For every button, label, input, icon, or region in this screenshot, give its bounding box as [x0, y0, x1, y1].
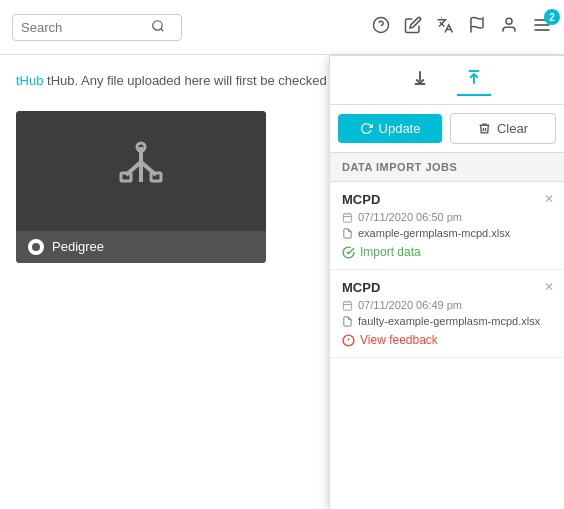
job-1-filename: example-germplasm-mcpd.xlsx — [358, 227, 510, 239]
menu-icon[interactable]: 2 — [532, 15, 552, 39]
pedigree-label: Pedigree — [52, 239, 104, 254]
panel-actions: Update Clear — [330, 105, 564, 153]
translate-icon[interactable] — [436, 16, 454, 38]
download-tab[interactable] — [403, 65, 437, 95]
file-icon-2 — [342, 316, 353, 327]
calendar-icon-1 — [342, 212, 353, 223]
jobs-list: MCPD ✕ 07/11/2020 06:50 pm — [330, 182, 564, 509]
clear-label: Clear — [497, 121, 528, 136]
help-icon[interactable] — [372, 16, 390, 38]
job-2-action: View feedback — [342, 333, 552, 347]
right-panel: Update Clear DATA IMPORT JOBS MCPD ✕ — [329, 55, 564, 509]
svg-point-15 — [32, 243, 40, 251]
search-container — [12, 14, 182, 41]
job-2-close[interactable]: ✕ — [544, 280, 554, 294]
job-2-meta: 07/11/2020 06:49 pm — [342, 299, 552, 311]
main-content: tHub tHub. Any file uploaded here will f… — [0, 55, 564, 509]
svg-line-1 — [161, 28, 164, 31]
pedigree-card-footer: Pedigree — [16, 231, 266, 263]
svg-point-5 — [506, 18, 512, 24]
svg-point-0 — [153, 20, 162, 29]
usb-icon — [111, 137, 171, 204]
svg-rect-13 — [151, 173, 161, 181]
section-header: DATA IMPORT JOBS — [330, 153, 564, 182]
job-2-file: faulty-example-germplasm-mcpd.xlsx — [342, 315, 552, 327]
search-icon[interactable] — [151, 19, 165, 36]
pedigree-card: Pedigree — [16, 111, 266, 263]
job-2-filename: faulty-example-germplasm-mcpd.xlsx — [358, 315, 540, 327]
job-1-file: example-germplasm-mcpd.xlsx — [342, 227, 552, 239]
job-1-title: MCPD — [342, 192, 552, 207]
body-text-content: tHub. Any file uploaded here will first … — [47, 73, 341, 88]
hub-link[interactable]: tHub — [16, 73, 43, 88]
calendar-icon-2 — [342, 300, 353, 311]
pedigree-card-body — [16, 111, 266, 231]
job-2-timestamp: 07/11/2020 06:49 pm — [358, 299, 462, 311]
edit-icon[interactable] — [404, 16, 422, 38]
update-button[interactable]: Update — [338, 114, 442, 143]
flag-icon[interactable] — [468, 16, 486, 38]
update-label: Update — [379, 121, 421, 136]
job-2-title: MCPD — [342, 280, 552, 295]
job-1-action-link[interactable]: Import data — [360, 245, 421, 259]
job-1-close[interactable]: ✕ — [544, 192, 554, 206]
error-circle-icon-2 — [342, 334, 355, 347]
svg-rect-16 — [343, 213, 351, 221]
check-circle-icon-1 — [342, 246, 355, 259]
job-1-timestamp: 07/11/2020 06:50 pm — [358, 211, 462, 223]
menu-badge: 2 — [544, 9, 560, 25]
pedigree-footer-icon — [28, 239, 44, 255]
job-1-meta: 07/11/2020 06:50 pm — [342, 211, 552, 223]
panel-tabs — [330, 56, 564, 105]
file-icon-1 — [342, 228, 353, 239]
nav-icons: 2 — [372, 15, 552, 39]
svg-rect-12 — [121, 173, 131, 181]
job-item-1: MCPD ✕ 07/11/2020 06:50 pm — [330, 182, 564, 270]
user-icon[interactable] — [500, 16, 518, 38]
job-1-action: Import data — [342, 245, 552, 259]
search-input[interactable] — [21, 20, 151, 35]
job-2-action-link[interactable]: View feedback — [360, 333, 438, 347]
job-item-2: MCPD ✕ 07/11/2020 06:49 pm — [330, 270, 564, 358]
svg-rect-20 — [343, 301, 351, 309]
clear-button[interactable]: Clear — [450, 113, 556, 144]
upload-tab[interactable] — [457, 64, 491, 96]
navbar: 2 — [0, 0, 564, 55]
